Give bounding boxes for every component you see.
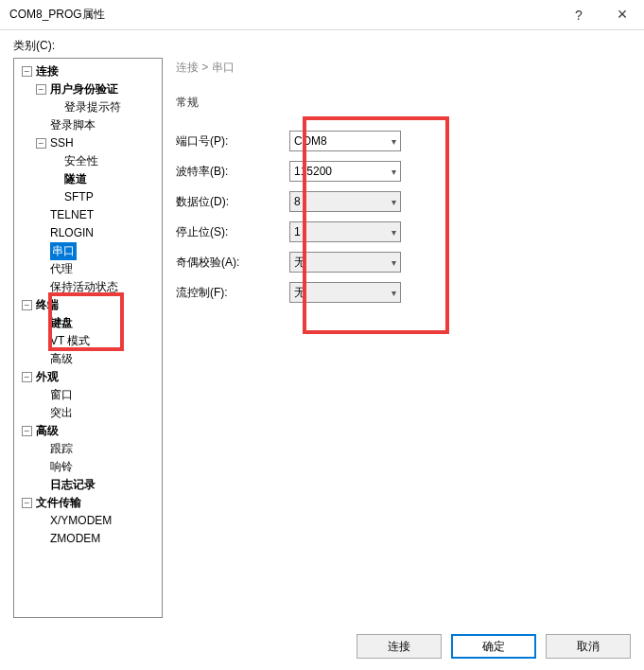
tree-xymodem[interactable]: X/YMODEM	[50, 512, 112, 530]
databits-label: 数据位(D):	[176, 194, 289, 210]
category-tree[interactable]: −连接 −用户身份验证 登录提示符 登录脚本 −SSH 安全性 隧道 SFTP …	[13, 58, 163, 618]
tree-telnet[interactable]: TELNET	[50, 206, 94, 224]
window-title: COM8_PROG属性	[9, 7, 557, 23]
chevron-down-icon: ▾	[392, 288, 396, 298]
tree-trace[interactable]: 跟踪	[50, 440, 73, 458]
section-title: 常规	[176, 95, 621, 111]
help-button[interactable]: ?	[557, 0, 600, 30]
collapse-icon[interactable]: −	[22, 300, 32, 310]
tree-highlight[interactable]: 突出	[50, 404, 73, 422]
collapse-icon[interactable]: −	[22, 498, 32, 508]
collapse-icon[interactable]: −	[22, 372, 32, 382]
tree-login-prompt[interactable]: 登录提示符	[64, 98, 121, 116]
tree-tunnel[interactable]: 隧道	[64, 170, 87, 188]
baud-label: 波特率(B):	[176, 164, 289, 180]
tree-logging[interactable]: 日志记录	[50, 476, 96, 494]
tree-proxy[interactable]: 代理	[50, 260, 73, 278]
tree-connection[interactable]: 连接	[36, 62, 59, 80]
collapse-icon[interactable]: −	[22, 426, 32, 436]
port-label: 端口号(P):	[176, 133, 289, 150]
tree-advanced[interactable]: 高级	[36, 422, 59, 440]
collapse-icon[interactable]: −	[36, 84, 46, 95]
tree-security[interactable]: 安全性	[64, 152, 98, 170]
databits-combo[interactable]: 8▾	[289, 191, 401, 212]
stopbits-combo[interactable]: 1▾	[289, 221, 401, 242]
connect-button[interactable]: 连接	[357, 634, 442, 659]
flow-label: 流控制(F):	[176, 285, 289, 301]
chevron-down-icon: ▾	[392, 227, 396, 238]
tree-rlogin[interactable]: RLOGIN	[50, 224, 94, 242]
tree-auth[interactable]: 用户身份验证	[50, 80, 118, 98]
tree-filetransfer[interactable]: 文件传输	[36, 494, 81, 512]
chevron-down-icon: ▾	[392, 136, 396, 147]
tree-sftp[interactable]: SFTP	[64, 188, 94, 206]
parity-label: 奇偶校验(A):	[176, 255, 289, 271]
settings-panel: 连接 > 串口 常规 端口号(P): COM8▾ 波特率(B): 115200▾…	[176, 58, 631, 618]
cancel-button[interactable]: 取消	[546, 634, 631, 659]
tree-bell[interactable]: 响铃	[50, 458, 73, 476]
tree-ssh[interactable]: SSH	[50, 134, 74, 152]
collapse-icon[interactable]: −	[22, 66, 32, 77]
chevron-down-icon: ▾	[392, 167, 396, 177]
tree-serial[interactable]: 串口	[50, 242, 77, 260]
port-combo[interactable]: COM8▾	[289, 131, 401, 151]
tree-window[interactable]: 窗口	[50, 386, 73, 404]
tree-keyboard[interactable]: 键盘	[50, 314, 73, 332]
baud-combo[interactable]: 115200▾	[289, 161, 401, 182]
stopbits-label: 停止位(S):	[176, 224, 289, 240]
breadcrumb: 连接 > 串口	[176, 60, 621, 76]
tree-zmodem[interactable]: ZMODEM	[50, 530, 100, 548]
category-label: 类别(C):	[13, 38, 631, 54]
tree-appearance[interactable]: 外观	[36, 368, 59, 386]
chevron-down-icon: ▾	[392, 197, 396, 207]
tree-login-script[interactable]: 登录脚本	[50, 116, 96, 134]
flow-combo[interactable]: 无▾	[289, 282, 401, 303]
tree-advanced-terminal[interactable]: 高级	[50, 350, 73, 368]
titlebar: COM8_PROG属性 ? ×	[0, 0, 644, 30]
chevron-down-icon: ▾	[392, 257, 396, 268]
close-button[interactable]: ×	[600, 0, 644, 30]
parity-combo[interactable]: 无▾	[289, 252, 401, 273]
tree-keepalive[interactable]: 保持活动状态	[50, 278, 118, 296]
ok-button[interactable]: 确定	[451, 634, 536, 659]
tree-vtmode[interactable]: VT 模式	[50, 332, 90, 350]
collapse-icon[interactable]: −	[36, 138, 46, 149]
tree-terminal[interactable]: 终端	[36, 296, 59, 314]
dialog-buttons: 连接 确定 取消	[357, 634, 631, 659]
